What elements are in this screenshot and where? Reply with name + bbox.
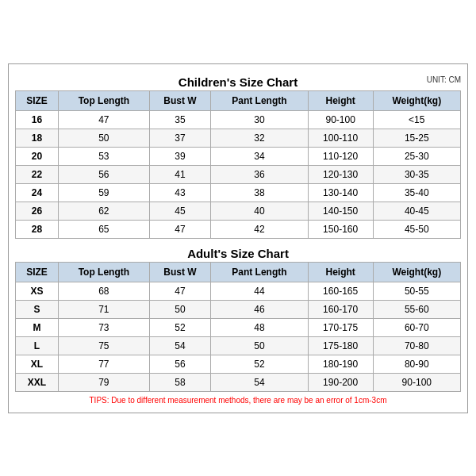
data-cell: 41 xyxy=(149,165,211,183)
data-cell: 71 xyxy=(59,300,150,318)
data-cell: 160-170 xyxy=(308,300,373,318)
table-row: S715046160-17055-60 xyxy=(16,300,461,318)
data-cell: 40 xyxy=(211,202,308,220)
data-cell: 47 xyxy=(149,282,211,300)
data-cell: 60-70 xyxy=(373,318,460,336)
table-row: 28654742150-16045-50 xyxy=(16,220,461,238)
data-cell: 47 xyxy=(149,220,211,238)
table-row: XL775652180-19080-90 xyxy=(16,355,461,373)
data-cell: 54 xyxy=(149,336,211,355)
col-weight-a: Weight(kg) xyxy=(373,262,460,282)
data-cell: 75 xyxy=(59,336,150,355)
data-cell: 55-60 xyxy=(373,300,460,318)
data-cell: 37 xyxy=(149,129,211,147)
data-cell: 42 xyxy=(211,220,308,238)
col-top-length-a: Top Length xyxy=(59,262,150,282)
size-cell: 16 xyxy=(16,110,59,129)
data-cell: 50 xyxy=(211,336,308,355)
data-cell: 30 xyxy=(211,110,308,129)
data-cell: 110-120 xyxy=(308,147,373,165)
table-row: 18503732100-11015-25 xyxy=(16,129,461,147)
data-cell: 62 xyxy=(59,202,150,220)
data-cell: 77 xyxy=(59,355,150,373)
size-cell: 26 xyxy=(16,202,59,220)
data-cell: 50-55 xyxy=(373,282,460,300)
data-cell: 40-45 xyxy=(373,202,460,220)
data-cell: 15-25 xyxy=(373,129,460,147)
adult-title: Adult's Size Chart xyxy=(15,242,461,262)
table-row: XXL795854190-20090-100 xyxy=(16,373,461,391)
data-cell: 35 xyxy=(149,110,211,129)
chart-wrapper: Children's Size Chart UNIT: CM SIZE Top … xyxy=(8,63,468,413)
table-row: 24594338130-14035-40 xyxy=(16,183,461,202)
data-cell: 68 xyxy=(59,282,150,300)
size-cell: XXL xyxy=(16,373,59,391)
data-cell: 190-200 xyxy=(308,373,373,391)
col-bust-w: Bust W xyxy=(149,90,211,110)
children-title-text: Children's Size Chart xyxy=(178,75,298,89)
data-cell: 59 xyxy=(59,183,150,202)
table-row: 26624540140-15040-45 xyxy=(16,202,461,220)
data-cell: 48 xyxy=(211,318,308,336)
data-cell: 56 xyxy=(149,355,211,373)
data-cell: 36 xyxy=(211,165,308,183)
children-header-row: SIZE Top Length Bust W Pant Length Heigh… xyxy=(16,90,461,110)
data-cell: 35-40 xyxy=(373,183,460,202)
size-cell: XS xyxy=(16,282,59,300)
table-row: L755450175-18070-80 xyxy=(16,336,461,355)
data-cell: 58 xyxy=(149,373,211,391)
data-cell: 180-190 xyxy=(308,355,373,373)
table-row: M735248170-17560-70 xyxy=(16,318,461,336)
adult-size-table: SIZE Top Length Bust W Pant Length Heigh… xyxy=(15,262,461,392)
col-size-a: SIZE xyxy=(16,262,59,282)
col-pant-length-a: Pant Length xyxy=(211,262,308,282)
data-cell: 130-140 xyxy=(308,183,373,202)
children-title: Children's Size Chart UNIT: CM xyxy=(15,71,461,90)
col-height-a: Height xyxy=(308,262,373,282)
table-row: 1647353090-100<15 xyxy=(16,110,461,129)
col-height: Height xyxy=(308,90,373,110)
data-cell: 32 xyxy=(211,129,308,147)
data-cell: 39 xyxy=(149,147,211,165)
data-cell: 120-130 xyxy=(308,165,373,183)
data-cell: 170-175 xyxy=(308,318,373,336)
data-cell: 80-90 xyxy=(373,355,460,373)
data-cell: 65 xyxy=(59,220,150,238)
data-cell: 70-80 xyxy=(373,336,460,355)
data-cell: 53 xyxy=(59,147,150,165)
size-cell: M xyxy=(16,318,59,336)
col-bust-w-a: Bust W xyxy=(149,262,211,282)
data-cell: 45-50 xyxy=(373,220,460,238)
size-cell: 20 xyxy=(16,147,59,165)
size-cell: 28 xyxy=(16,220,59,238)
col-pant-length: Pant Length xyxy=(211,90,308,110)
data-cell: 140-150 xyxy=(308,202,373,220)
data-cell: 38 xyxy=(211,183,308,202)
data-cell: 45 xyxy=(149,202,211,220)
data-cell: 100-110 xyxy=(308,129,373,147)
data-cell: 34 xyxy=(211,147,308,165)
tips-text: TIPS: Due to different measurement metho… xyxy=(15,392,461,406)
size-cell: XL xyxy=(16,355,59,373)
data-cell: 79 xyxy=(59,373,150,391)
data-cell: 50 xyxy=(149,300,211,318)
data-cell: 52 xyxy=(211,355,308,373)
table-row: 22564136120-13030-35 xyxy=(16,165,461,183)
data-cell: 175-180 xyxy=(308,336,373,355)
size-cell: L xyxy=(16,336,59,355)
data-cell: 43 xyxy=(149,183,211,202)
data-cell: 47 xyxy=(59,110,150,129)
data-cell: 50 xyxy=(59,129,150,147)
data-cell: 73 xyxy=(59,318,150,336)
size-cell: 24 xyxy=(16,183,59,202)
data-cell: 52 xyxy=(149,318,211,336)
data-cell: <15 xyxy=(373,110,460,129)
data-cell: 150-160 xyxy=(308,220,373,238)
data-cell: 56 xyxy=(59,165,150,183)
adult-section: Adult's Size Chart SIZE Top Length Bust … xyxy=(15,242,461,392)
data-cell: 90-100 xyxy=(308,110,373,129)
col-weight: Weight(kg) xyxy=(373,90,460,110)
col-top-length: Top Length xyxy=(59,90,150,110)
adult-header-row: SIZE Top Length Bust W Pant Length Heigh… xyxy=(16,262,461,282)
data-cell: 46 xyxy=(211,300,308,318)
